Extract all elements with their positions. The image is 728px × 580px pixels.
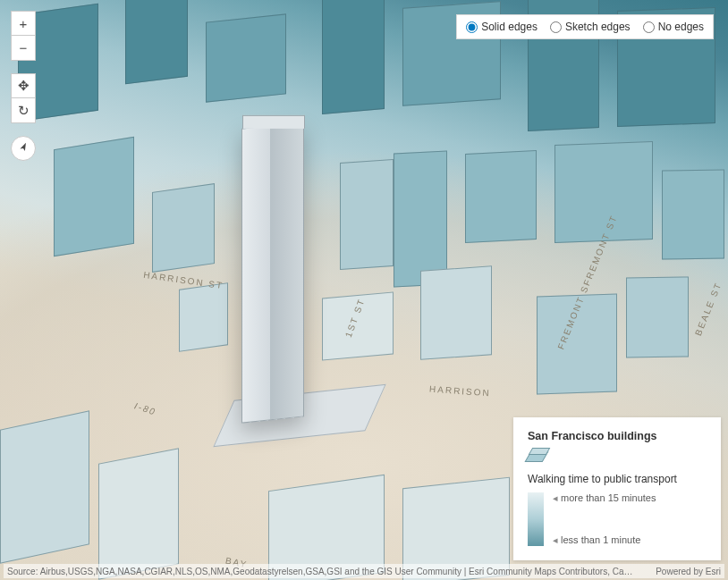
legend-ramp-max: more than 15 minutes [553,492,656,504]
building [340,159,394,270]
radio-solid-edges[interactable]: Solid edges [466,21,538,33]
street-label-harrison-2: Harrison [429,384,491,399]
building [179,282,228,352]
building [206,13,286,102]
legend-building-swatch [528,451,547,462]
legend-title: San Francisco buildings [528,430,707,442]
rotate-icon: ↻ [18,103,30,119]
zoom-out-button[interactable]: − [11,36,36,61]
attribution-bar: Source: Airbus,USGS,NGA,NASA,CGIAR,NLS,O… [4,564,724,578]
svg-marker-0 [20,141,28,151]
building [0,410,89,563]
radio-sketch-input[interactable] [550,21,562,33]
compass-button[interactable] [11,136,36,161]
legend-subtitle: Walking time to public transport [528,473,707,485]
building [626,276,689,357]
street-label-harrison: Harrison St [143,270,224,290]
map-3d-scene[interactable]: Harrison St Harrison Fremont Sfremont St… [0,0,728,580]
radio-no-edges[interactable]: No edges [643,21,704,33]
radio-none-label: No edges [658,21,704,33]
building [322,0,385,114]
edge-style-switcher: Solid edges Sketch edges No edges [456,14,714,39]
pan-icon: ✥ [18,78,30,94]
radio-none-input[interactable] [643,21,655,33]
plus-icon: + [20,16,28,31]
attribution-sources: Source: Airbus,USGS,NGA,NASA,CGIAR,NLS,O… [7,567,633,576]
rotate-button[interactable]: ↻ [11,98,36,123]
compass-icon [13,139,32,157]
selected-building-tower[interactable] [241,122,304,423]
street-label-beale: Beale St [693,281,724,337]
navigation-controls: + − ✥ ↻ [11,11,36,161]
building [152,183,215,273]
building [54,137,134,256]
pan-button[interactable]: ✥ [11,73,36,98]
attribution-powered-by[interactable]: Powered by Esri [656,567,721,576]
legend-panel: San Francisco buildings Walking time to … [513,417,721,560]
radio-solid-input[interactable] [466,21,478,33]
building [394,150,447,287]
building [662,169,724,259]
minus-icon: − [20,40,28,55]
zoom-in-button[interactable]: + [11,11,36,36]
building [125,0,188,84]
building [465,150,537,243]
building [98,448,179,579]
legend-color-ramp [528,492,544,546]
radio-solid-label: Solid edges [481,21,538,33]
radio-sketch-label: Sketch edges [565,21,631,33]
radio-sketch-edges[interactable]: Sketch edges [550,21,631,33]
street-label-i80: I-80 [133,400,157,416]
building [420,265,492,360]
legend-ramp-min: less than 1 minute [553,534,656,546]
